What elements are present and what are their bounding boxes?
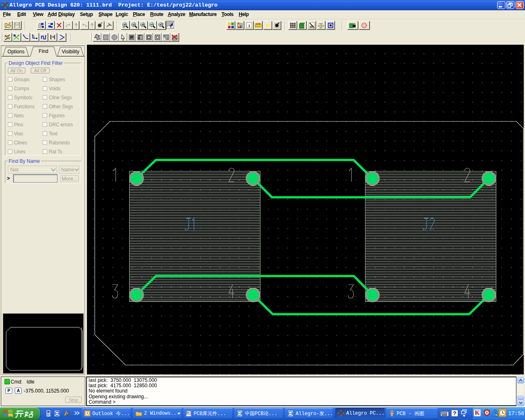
- svg-text:123: 123: [256, 23, 260, 25]
- svg-text:i: i: [249, 23, 250, 28]
